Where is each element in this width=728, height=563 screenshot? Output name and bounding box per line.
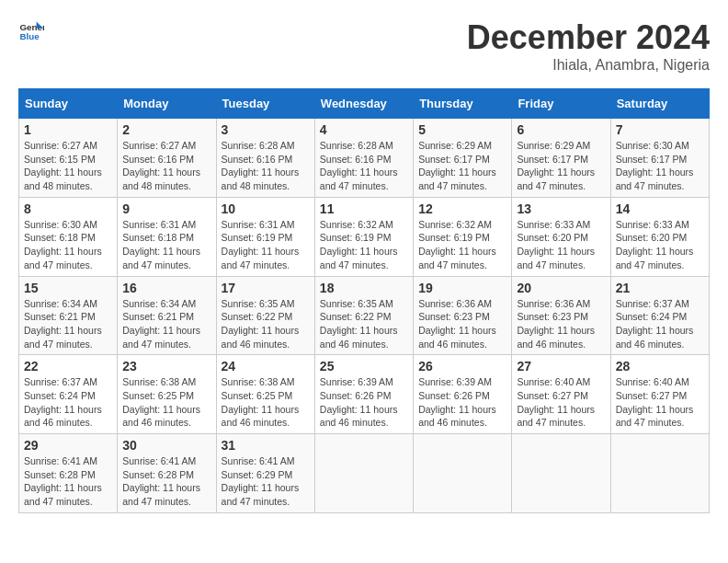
col-monday: Monday [118, 89, 216, 119]
location-subtitle: Ihiala, Anambra, Nigeria [467, 57, 710, 74]
logo: General Blue [18, 18, 44, 44]
day-6: 6 Sunrise: 6:29 AMSunset: 6:17 PMDayligh… [512, 119, 610, 198]
calendar-week-3: 15 Sunrise: 6:34 AMSunset: 6:21 PMDaylig… [19, 276, 710, 355]
day-22: 22 Sunrise: 6:37 AMSunset: 6:24 PMDaylig… [19, 355, 118, 434]
day-13: 13 Sunrise: 6:33 AMSunset: 6:20 PMDaylig… [512, 197, 610, 276]
day-28: 28 Sunrise: 6:40 AMSunset: 6:27 PMDaylig… [610, 355, 709, 434]
col-friday: Friday [512, 89, 610, 119]
day-30: 30 Sunrise: 6:41 AMSunset: 6:28 PMDaylig… [118, 434, 216, 513]
day-20: 20 Sunrise: 6:36 AMSunset: 6:23 PMDaylig… [512, 276, 610, 355]
day-10: 10 Sunrise: 6:31 AMSunset: 6:19 PMDaylig… [216, 197, 314, 276]
day-19: 19 Sunrise: 6:36 AMSunset: 6:23 PMDaylig… [414, 276, 512, 355]
day-4: 4 Sunrise: 6:28 AMSunset: 6:16 PMDayligh… [314, 119, 413, 198]
day-16: 16 Sunrise: 6:34 AMSunset: 6:21 PMDaylig… [118, 276, 216, 355]
month-title: December 2024 [467, 18, 710, 57]
day-27: 27 Sunrise: 6:40 AMSunset: 6:27 PMDaylig… [512, 355, 610, 434]
day-23: 23 Sunrise: 6:38 AMSunset: 6:25 PMDaylig… [118, 355, 216, 434]
day-21: 21 Sunrise: 6:37 AMSunset: 6:24 PMDaylig… [610, 276, 709, 355]
calendar-week-2: 8 Sunrise: 6:30 AMSunset: 6:18 PMDayligh… [19, 197, 710, 276]
empty-cell-2 [414, 434, 512, 513]
day-25: 25 Sunrise: 6:39 AMSunset: 6:26 PMDaylig… [314, 355, 413, 434]
day-29: 29 Sunrise: 6:41 AMSunset: 6:28 PMDaylig… [19, 434, 118, 513]
col-tuesday: Tuesday [216, 89, 314, 119]
day-1: 1 Sunrise: 6:27 AMSunset: 6:15 PMDayligh… [19, 119, 118, 198]
empty-cell-1 [314, 434, 413, 513]
col-wednesday: Wednesday [314, 89, 413, 119]
page-header: General Blue December 2024 Ihiala, Anamb… [18, 18, 710, 74]
day-14: 14 Sunrise: 6:33 AMSunset: 6:20 PMDaylig… [610, 197, 709, 276]
col-sunday: Sunday [19, 89, 118, 119]
empty-cell-3 [512, 434, 610, 513]
day-24: 24 Sunrise: 6:38 AMSunset: 6:25 PMDaylig… [216, 355, 314, 434]
day-7: 7 Sunrise: 6:30 AMSunset: 6:17 PMDayligh… [610, 119, 709, 198]
day-8: 8 Sunrise: 6:30 AMSunset: 6:18 PMDayligh… [19, 197, 118, 276]
day-31: 31 Sunrise: 6:41 AMSunset: 6:29 PMDaylig… [216, 434, 314, 513]
svg-text:Blue: Blue [19, 31, 40, 41]
calendar-header-row: Sunday Monday Tuesday Wednesday Thursday… [19, 89, 710, 119]
day-15: 15 Sunrise: 6:34 AMSunset: 6:21 PMDaylig… [19, 276, 118, 355]
empty-cell-4 [610, 434, 709, 513]
col-thursday: Thursday [414, 89, 512, 119]
calendar-week-1: 1 Sunrise: 6:27 AMSunset: 6:15 PMDayligh… [19, 119, 710, 198]
calendar-week-4: 22 Sunrise: 6:37 AMSunset: 6:24 PMDaylig… [19, 355, 710, 434]
day-12: 12 Sunrise: 6:32 AMSunset: 6:19 PMDaylig… [414, 197, 512, 276]
day-17: 17 Sunrise: 6:35 AMSunset: 6:22 PMDaylig… [216, 276, 314, 355]
day-18: 18 Sunrise: 6:35 AMSunset: 6:22 PMDaylig… [314, 276, 413, 355]
day-11: 11 Sunrise: 6:32 AMSunset: 6:19 PMDaylig… [314, 197, 413, 276]
calendar-table: Sunday Monday Tuesday Wednesday Thursday… [18, 88, 710, 513]
logo-icon: General Blue [18, 18, 44, 44]
day-9: 9 Sunrise: 6:31 AMSunset: 6:18 PMDayligh… [118, 197, 216, 276]
day-3: 3 Sunrise: 6:28 AMSunset: 6:16 PMDayligh… [216, 119, 314, 198]
day-5: 5 Sunrise: 6:29 AMSunset: 6:17 PMDayligh… [414, 119, 512, 198]
day-2: 2 Sunrise: 6:27 AMSunset: 6:16 PMDayligh… [118, 119, 216, 198]
col-saturday: Saturday [610, 89, 709, 119]
title-area: December 2024 Ihiala, Anambra, Nigeria [467, 18, 710, 74]
calendar-week-5: 29 Sunrise: 6:41 AMSunset: 6:28 PMDaylig… [19, 434, 710, 513]
day-26: 26 Sunrise: 6:39 AMSunset: 6:26 PMDaylig… [414, 355, 512, 434]
